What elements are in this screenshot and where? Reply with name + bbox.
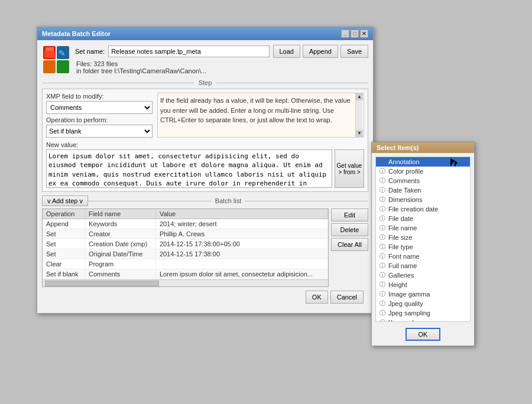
cancel-button[interactable]: Cancel [330,291,364,304]
select-dialog: Select Item(s) ⓘAnnotationⓘColor profile… [371,142,475,346]
table-cell-operation: Set [43,229,85,239]
select-list-item[interactable]: ⓘFile size [376,233,470,242]
select-item-icon: ⓘ [378,290,387,298]
main-dialog: Metadata Batch Editor _ □ ✕ ✎ [37,27,374,314]
batch-table-container: Operation Field name Value AppendKeyword… [42,208,329,287]
select-item-icon: ⓘ [378,224,387,232]
new-value-section: New value: Get value > from > [46,141,364,188]
select-list-item[interactable]: ⓘFile name [376,223,470,233]
select-list-item[interactable]: ⓘAnnotation [376,157,470,167]
select-item-icon: ⓘ [378,186,387,194]
select-dialog-bottom: OK [372,325,474,346]
table-row[interactable]: ClearProgram [43,259,328,269]
select-item-label: File size [388,234,412,241]
select-list-item[interactable]: ⓘJpeg sampling [376,308,470,318]
batch-buttons: Edit Delete Clear All [331,208,368,287]
select-item-label: Font name [388,253,420,260]
top-section: ✎ Set name: Load Append Save [42,45,368,74]
title-bar-buttons: _ □ ✕ [341,30,368,38]
set-name-input[interactable] [108,45,269,57]
select-list-item[interactable]: ⓘColor profile [376,167,470,176]
clear-all-button[interactable]: Clear All [331,238,368,251]
select-list-item[interactable]: ⓘComments [376,176,470,185]
edit-button[interactable]: Edit [331,208,368,221]
select-list-item[interactable]: ⓘHeight [376,280,470,289]
select-list-item[interactable]: ⓘGalleries [376,271,470,280]
table-row[interactable]: SetCreation Date (xmp)2014-12-15 17:38:0… [43,239,328,249]
select-item-label: Annotation [388,158,420,165]
files-line1: Files: 323 files [76,60,368,67]
table-cell-fieldName: Program [85,259,156,269]
scroll-up-arrow[interactable]: ▲ [356,93,363,100]
scroll-bar[interactable]: ▲ ▼ [355,93,362,137]
select-item-label: Keywords [388,319,417,322]
xmp-field-dropdown[interactable]: Comments [46,101,153,114]
select-item-icon: ⓘ [378,177,387,185]
select-item-label: Jpeg quality [388,300,423,307]
table-row[interactable]: AppendKeywords2014; winter; desert [43,219,328,229]
operation-dropdown[interactable]: Set if blank [46,125,153,138]
select-item-icon: ⓘ [378,252,387,260]
left-column: XMP field to modify: Comments Operation … [46,93,153,138]
select-item-label: Comments [388,177,420,184]
select-ok-button[interactable]: OK [406,328,441,341]
select-item-icon: ⓘ [378,205,387,213]
select-item-label: Color profile [388,168,423,175]
description-text: If the field already has a value, it wil… [157,93,364,138]
close-button[interactable]: ✕ [360,30,368,38]
append-button[interactable]: Append [303,45,338,58]
step-section-label: Step [42,79,368,86]
select-item-label: Full name [388,262,417,269]
table-cell-value: 2014; winter; desert [155,219,327,229]
load-button[interactable]: Load [273,45,300,58]
table-cell-operation: Append [43,219,85,229]
description-content: If the field already has a value, it wil… [160,96,361,125]
new-value-label: New value: [46,141,364,148]
select-list-item[interactable]: ⓘImage gamma [376,289,470,299]
maximize-button[interactable]: □ [351,30,359,38]
select-item-icon: ⓘ [378,214,387,223]
select-item-icon: ⓘ [378,262,387,270]
col-operation: Operation [43,209,85,219]
get-value-button[interactable]: Get value > from > [335,149,364,188]
select-list-item[interactable]: ⓘKeywords [376,318,470,322]
scroll-down-arrow[interactable]: ▼ [356,130,363,137]
select-list-item[interactable]: ⓘFile type [376,242,470,252]
operation-label: Operation to perform: [46,116,108,123]
select-list-item[interactable]: ⓘFile creation date [376,204,470,214]
select-items-list[interactable]: ⓘAnnotationⓘColor profileⓘCommentsⓘDate … [375,157,471,322]
select-dialog-title: Select Item(s) [372,142,474,153]
select-list-item[interactable]: ⓘFile date [376,214,470,223]
select-item-icon: ⓘ [378,318,387,322]
top-info: Set name: Load Append Save Files: 323 fi… [75,45,368,74]
table-cell-operation: Set [43,239,85,249]
step-section: XMP field to modify: Comments Operation … [42,89,368,192]
top-buttons: Load Append Save [273,45,369,58]
select-list-item[interactable]: ⓘJpeg quality [376,299,470,308]
minimize-button[interactable]: _ [341,30,349,38]
batch-table: Operation Field name Value AppendKeyword… [43,209,328,279]
col-fieldname: Field name [85,209,156,219]
select-list-item[interactable]: ⓘDate Taken [376,185,470,195]
table-row[interactable]: SetOriginal Date/Time2014-12-15 17:38:00 [43,249,328,259]
title-bar: Metadata Batch Editor _ □ ✕ [37,27,373,40]
delete-button[interactable]: Delete [331,223,368,236]
select-list-item[interactable]: ⓘFont name [376,252,470,261]
select-list-item[interactable]: ⓘFull name [376,261,470,271]
dialog-bottom: OK Cancel [42,287,368,308]
table-row[interactable]: Set if blankCommentsLorem ipsum dolor si… [43,269,328,279]
select-item-icon: ⓘ [378,196,387,204]
table-cell-fieldName: Creation Date (xmp) [85,239,156,249]
new-value-textarea[interactable] [46,149,332,188]
table-row[interactable]: SetCreatorPhillip A. Crews [43,229,328,239]
select-list-item[interactable]: ⓘDimensions [376,195,470,204]
batch-area: Operation Field name Value AppendKeyword… [42,208,368,287]
ok-button[interactable]: OK [306,291,328,304]
scroll-thumb[interactable] [45,281,159,286]
save-button[interactable]: Save [340,45,368,58]
table-scrollbar[interactable] [43,279,328,286]
app-icon: ✎ [42,45,70,73]
add-step-button[interactable]: v Add step v [42,196,88,206]
table-cell-value: Phillip A. Crews [155,229,327,239]
select-item-label: Date Taken [388,187,421,194]
